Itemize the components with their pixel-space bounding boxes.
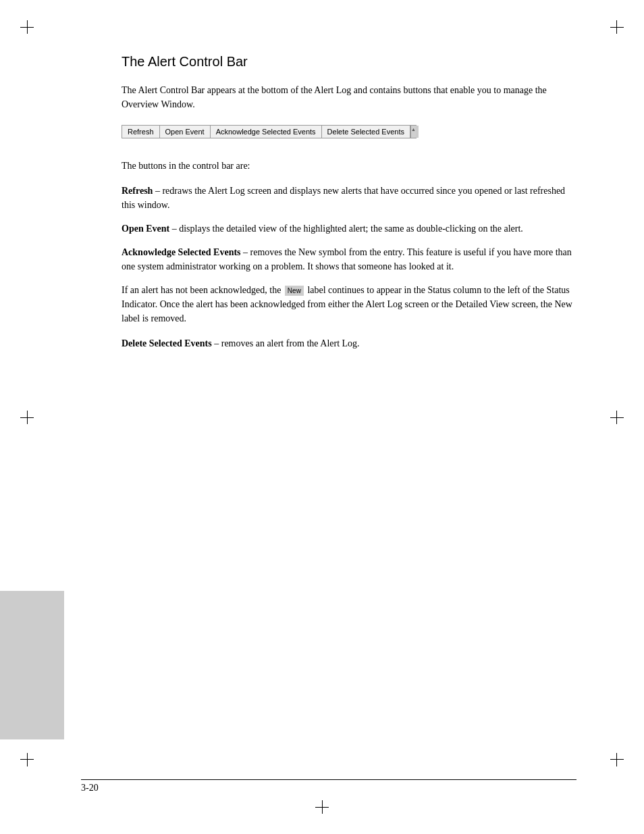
new-label-badge: New	[285, 286, 304, 296]
section-title: The Alert Control Bar	[122, 54, 576, 70]
delete-button[interactable]: Delete Selected Events	[322, 126, 410, 138]
toolbar-scrollbar[interactable]	[410, 126, 416, 138]
page-number: 3-20	[81, 783, 99, 793]
term-delete-definition: – removes an alert from the Alert Log.	[214, 338, 359, 348]
inline-before: If an alert has not been acknowledged, t…	[122, 285, 281, 295]
term-delete-label: Delete Selected Events	[122, 338, 212, 348]
term-open-event-definition: – displays the detailed view of the high…	[172, 224, 523, 234]
term-acknowledge-label: Acknowledge Selected Events	[122, 247, 241, 257]
inline-paragraph: If an alert has not been acknowledged, t…	[122, 283, 576, 325]
open-event-button[interactable]: Open Event	[160, 126, 211, 138]
toolbar-mockup: Refresh Open Event Acknowledge Selected …	[122, 125, 417, 138]
intro-paragraph: The Alert Control Bar appears at the bot…	[122, 83, 576, 111]
term-open-event-label: Open Event	[122, 224, 169, 234]
acknowledge-button[interactable]: Acknowledge Selected Events	[211, 126, 322, 138]
footer-line	[81, 779, 576, 780]
term-delete: Delete Selected Events – removes an aler…	[122, 336, 576, 350]
term-refresh-label: Refresh	[122, 186, 153, 196]
term-refresh: Refresh – redraws the Alert Log screen a…	[122, 184, 576, 212]
refresh-button[interactable]: Refresh	[122, 126, 160, 138]
term-acknowledge: Acknowledge Selected Events – removes th…	[122, 245, 576, 273]
term-open-event: Open Event – displays the detailed view …	[122, 221, 576, 236]
page-content: The Alert Control Bar The Alert Control …	[122, 54, 576, 350]
term-refresh-definition: – redraws the Alert Log screen and displ…	[122, 186, 565, 210]
center-bottom-mark	[315, 800, 329, 814]
body-intro: The buttons in the control bar are:	[122, 159, 576, 173]
